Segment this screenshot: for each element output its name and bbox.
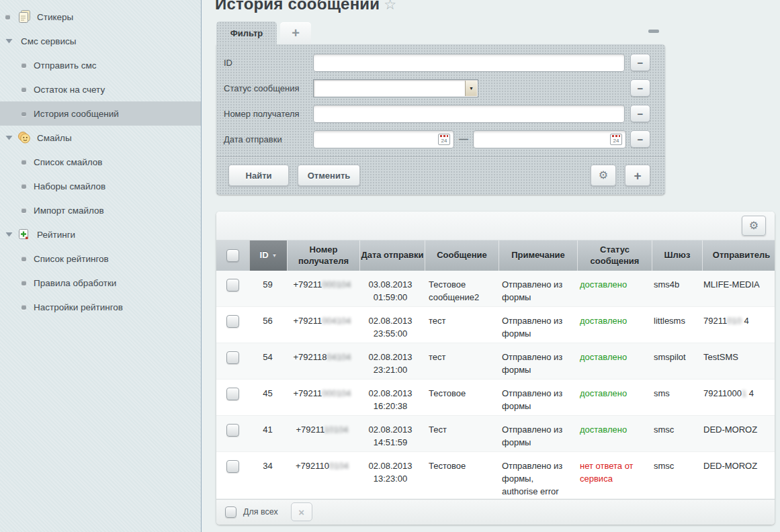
- cell-status: доставлено: [574, 307, 648, 343]
- row-checkbox[interactable]: [226, 460, 239, 473]
- masked-text: 04104: [327, 352, 351, 362]
- filter-field-label: ID: [224, 58, 313, 68]
- column-header-label: Шлюз: [664, 250, 691, 261]
- cell-text: TestSMS: [703, 352, 738, 362]
- column-header-label: Дата отправки: [361, 250, 423, 261]
- cell-text: 4: [742, 316, 749, 326]
- table-row: 56+7921100410402.08.201323:55:00тестОтпр…: [216, 307, 775, 343]
- main-content: История сообщений☆ Фильтр + ID−Статус со…: [202, 0, 780, 532]
- calendar-icon[interactable]: 24: [438, 134, 450, 145]
- column-header-4[interactable]: Примечание: [499, 240, 577, 271]
- column-header-7[interactable]: Отправитель: [702, 240, 775, 271]
- select-all-header-cell[interactable]: [216, 240, 249, 271]
- filter-input-2[interactable]: [313, 105, 625, 123]
- row-checkbox[interactable]: [226, 279, 239, 292]
- column-header-3[interactable]: Сообщение: [425, 240, 499, 271]
- sidebar-item-11[interactable]: Правила обработки: [0, 271, 201, 295]
- cell-text: MLIFE-MEDIA: [703, 279, 760, 290]
- remove-filter-field-button[interactable]: −: [630, 54, 650, 71]
- cell-gateway: smsc: [648, 452, 697, 498]
- column-header-6[interactable]: Шлюз: [652, 240, 702, 271]
- status-select[interactable]: ▼: [313, 79, 478, 97]
- expander-icon[interactable]: [5, 38, 16, 44]
- sidebar-item-4[interactable]: История сообщений: [0, 101, 201, 126]
- cell-status: доставлено: [574, 416, 648, 451]
- masked-text: 10104: [324, 425, 348, 435]
- sidebar-item-8[interactable]: Импорт смайлов: [0, 198, 201, 222]
- cancel-button[interactable]: Отменить: [298, 165, 360, 186]
- expander-icon[interactable]: [5, 135, 16, 140]
- tab-filter[interactable]: Фильтр: [216, 21, 277, 44]
- filter-panel-footer: Найти Отменить ⚙ +: [216, 157, 665, 195]
- masked-text: 004104: [322, 316, 351, 326]
- add-filter-condition-button[interactable]: +: [625, 165, 650, 186]
- cell-status: доставлено: [574, 380, 648, 415]
- sidebar-item-12[interactable]: Настройки рейтингов: [0, 295, 201, 319]
- cell-note: Отправлено из формы: [496, 380, 574, 415]
- column-header-2[interactable]: Дата отправки: [359, 240, 425, 271]
- row-checkbox[interactable]: [226, 424, 239, 437]
- remove-filter-field-button[interactable]: −: [630, 130, 650, 148]
- plus-icon: +: [634, 169, 641, 183]
- sidebar-item-0[interactable]: Стикеры: [0, 5, 201, 29]
- cell-date: 03.08.201301:59:00: [358, 271, 423, 306]
- remove-filter-field-button[interactable]: −: [630, 79, 650, 97]
- sidebar-item-label: Отправить смс: [34, 60, 96, 71]
- filter-input-0[interactable]: [313, 54, 625, 72]
- cell-date-time: 13:23:00: [358, 473, 423, 486]
- cell-text: +79211: [293, 316, 322, 326]
- row-checkbox[interactable]: [226, 315, 239, 328]
- header-checkbox[interactable]: [226, 249, 239, 262]
- sidebar-item-label: Список смайлов: [34, 157, 102, 167]
- sidebar-item-3[interactable]: Остаток на счету: [0, 77, 201, 101]
- bullet-icon: [5, 15, 16, 19]
- filter-field-label: Дата отправки: [224, 134, 313, 144]
- row-checkbox-cell: [216, 416, 249, 451]
- date-from-input[interactable]: [313, 130, 454, 148]
- filter-settings-button[interactable]: ⚙: [591, 165, 616, 186]
- cell-phone: +79211000104: [286, 271, 358, 306]
- column-header-0[interactable]: ID▼: [249, 240, 287, 271]
- sidebar-item-10[interactable]: Список рейтингов: [0, 247, 201, 271]
- sidebar-item-1[interactable]: Смс сервисы: [0, 29, 201, 53]
- sort-desc-icon: ▼: [272, 253, 277, 259]
- add-filter-tab-button[interactable]: +: [280, 22, 311, 44]
- expander-icon[interactable]: [5, 232, 16, 237]
- cell-message: Тестовое: [423, 380, 496, 415]
- filter-row-3: Дата отправки24—24−: [216, 126, 665, 152]
- sidebar-item-5[interactable]: Смайлы: [0, 126, 201, 150]
- cell-id: 54: [249, 343, 286, 379]
- sidebar-item-label: Импорт смайлов: [34, 206, 104, 216]
- dropdown-arrow-icon[interactable]: ▼: [465, 81, 477, 96]
- table-settings-button[interactable]: ⚙: [742, 216, 766, 236]
- sidebar-item-9[interactable]: Рейтинги: [0, 222, 201, 247]
- bullet-icon: [21, 208, 28, 213]
- sidebar-item-label: Рейтинги: [37, 230, 75, 240]
- bullet-icon: [5, 15, 10, 19]
- column-header-5[interactable]: Статус сообщения: [577, 240, 652, 271]
- favorite-star-icon[interactable]: ☆: [384, 0, 396, 12]
- collapse-filter-icon[interactable]: [648, 30, 659, 33]
- row-checkbox[interactable]: [226, 388, 239, 400]
- sidebar-item-7[interactable]: Наборы смайлов: [0, 174, 201, 198]
- sidebar-item-2[interactable]: Отправить смс: [0, 53, 201, 77]
- table-row: 59+7921100010403.08.201301:59:00Тестовое…: [216, 271, 775, 307]
- date-to-input[interactable]: [473, 130, 626, 148]
- cell-text: DED-MOROZ: [703, 461, 757, 471]
- select-all-checkbox[interactable]: [225, 506, 236, 518]
- column-header-1[interactable]: Номер получателя: [287, 240, 359, 271]
- cell-sender: 792110001 4: [697, 380, 775, 415]
- row-checkbox[interactable]: [226, 351, 239, 364]
- gear-icon: ⚙: [599, 169, 608, 181]
- table-row: 45+7921100010402.08.201316:20:38Тестовое…: [216, 380, 775, 416]
- filter-field-control: [313, 105, 630, 123]
- remove-filter-field-button[interactable]: −: [630, 105, 650, 122]
- sidebar-menu: СтикерыСмс сервисыОтправить смсОстаток н…: [0, 0, 201, 319]
- calendar-icon[interactable]: 24: [610, 134, 622, 145]
- sidebar-item-6[interactable]: Список смайлов: [0, 150, 201, 174]
- search-button[interactable]: Найти: [228, 165, 289, 186]
- clear-selection-button[interactable]: ×: [291, 502, 312, 521]
- filter-field-label: Статус сообщения: [224, 83, 313, 93]
- cell-note: Отправлено из формы: [496, 416, 574, 451]
- date-from-wrap: 24: [313, 130, 454, 148]
